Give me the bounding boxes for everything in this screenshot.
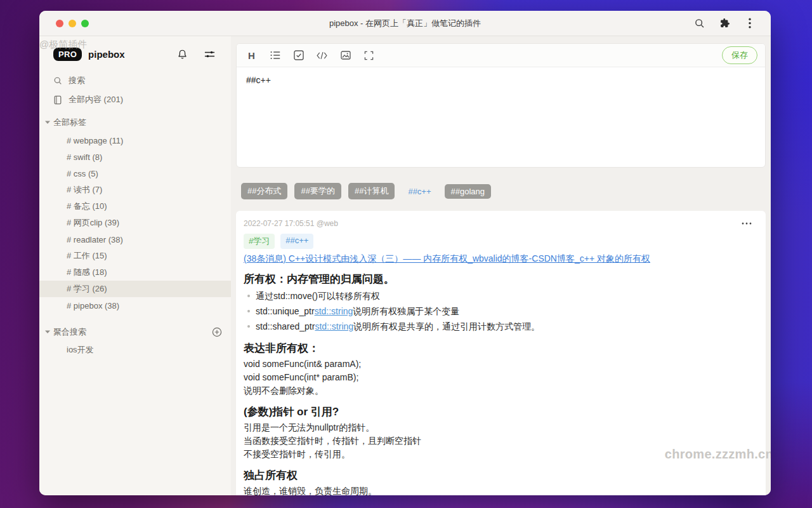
heading-icon[interactable]: H	[246, 50, 257, 61]
note-text: std::shared_ptr	[256, 321, 315, 331]
zoom-window-button[interactable]	[81, 20, 89, 27]
section-label: 聚合搜索	[53, 326, 86, 338]
section-label: 全部标签	[53, 117, 86, 128]
editor-toolbar: H 保存	[237, 44, 765, 67]
note-bullet-item: 通过std::move()可以转移所有权	[256, 288, 754, 304]
sidebar-section-all-tags[interactable]: 全部标签	[39, 113, 231, 132]
traffic-lights	[39, 20, 89, 27]
extensions-puzzle-icon[interactable]	[719, 18, 730, 29]
app-window: pipebox - 在网页上「真正」做笔记的插件 @极简插件 PRO pipeb…	[39, 11, 771, 495]
filter-tag-pill[interactable]: ##golang	[445, 184, 492, 199]
pro-badge: PRO	[53, 48, 82, 61]
note-text-line: 谁创造，谁销毁，负责生命周期。	[244, 485, 754, 495]
sidebar-tag-item[interactable]: # readlater (38)	[39, 231, 231, 248]
sidebar-tag-item[interactable]: # 随感 (18)	[39, 264, 231, 281]
filter-tag-pill[interactable]: ##计算机	[348, 183, 395, 199]
brand-row: PRO pipebox	[39, 36, 231, 61]
minimize-window-button[interactable]	[69, 20, 76, 27]
sidebar-section-aggregate-search[interactable]: 聚合搜索	[39, 323, 231, 342]
sidebar-tag-item[interactable]: # pipebox (38)	[39, 297, 231, 314]
sidebar-item-search[interactable]: 搜索	[39, 71, 231, 90]
title-bar: pipebox - 在网页上「真正」做笔记的插件	[39, 11, 771, 36]
note-section-heading: 表达非所有权：	[244, 341, 754, 356]
sidebar-item-label: 搜索	[69, 75, 85, 86]
note-section-heading: 独占所有权	[244, 468, 754, 483]
code-icon[interactable]	[317, 50, 327, 61]
note-text-line: 不接受空指针时，传引用。	[244, 448, 754, 461]
note-body: 所有权：内存管理的归属问题。通过std::move()可以转移所有权std::u…	[244, 272, 754, 495]
chevron-down-icon	[43, 120, 52, 125]
window-title: pipebox - 在网页上「真正」做笔记的插件	[39, 18, 771, 29]
menu-dots-icon[interactable]	[744, 18, 756, 29]
note-bullet-item: std::unique_ptrstd::string说明所有权独属于某个变量	[256, 304, 754, 319]
note-section-heading: (参数)指针 or 引用?	[244, 404, 754, 419]
save-button[interactable]: 保存	[722, 46, 757, 64]
search-icon[interactable]	[693, 18, 705, 29]
note-text-line: 当函数接受空指针时，传指针，且判断空指针	[244, 434, 754, 448]
sidebar-tag-item[interactable]: # 工作 (15)	[39, 248, 231, 264]
list-icon[interactable]	[270, 50, 280, 61]
chevron-down-icon	[43, 330, 52, 335]
sliders-icon[interactable]	[204, 49, 216, 60]
filter-tag-pill[interactable]: ##c++	[402, 184, 437, 199]
note-tag-pill[interactable]: ##c++	[280, 234, 313, 249]
note-tags: #学习##c++	[244, 234, 754, 249]
sidebar-tag-item[interactable]: # 网页clip (39)	[39, 215, 231, 231]
ellipsis-menu-icon[interactable]	[742, 222, 752, 225]
note-bullet-list: 通过std::move()可以转移所有权std::unique_ptrstd::…	[244, 288, 754, 334]
sidebar-tag-item[interactable]: # swift (8)	[39, 149, 231, 165]
filter-tag-pill[interactable]: ##分布式	[241, 183, 287, 199]
note-card: 2022-07-27 17:05:51 @web #学习##c++ (38条消息…	[236, 211, 766, 495]
main-panel: H 保存 ##c++ ##分布式##要学的##计算机##c++##golang …	[231, 36, 771, 495]
sidebar-aggregate-item[interactable]: ios开发	[39, 342, 231, 358]
fullscreen-icon[interactable]	[363, 50, 374, 61]
bell-icon[interactable]	[176, 48, 188, 61]
note-text: std::unique_ptr	[256, 306, 315, 316]
sidebar-nav: 搜索 全部内容 (201) 全部标签 # webpage (11)# swift…	[39, 71, 231, 358]
sidebar-tag-item[interactable]: # css (5)	[39, 165, 231, 182]
sidebar-tag-item[interactable]: # 备忘 (10)	[39, 198, 231, 215]
note-text-line: void someFunc(int* paramB);	[244, 371, 754, 384]
app-logo-name: pipebox	[88, 49, 125, 60]
image-icon[interactable]	[340, 50, 351, 61]
sidebar-tag-item[interactable]: # 读书 (7)	[39, 182, 231, 198]
sidebar-aggregate-list: ios开发	[39, 342, 231, 358]
book-icon	[53, 95, 63, 105]
editor-textarea[interactable]: ##c++	[237, 67, 765, 167]
note-source-link[interactable]: (38条消息) C++设计模式由浅入深（三）—— 内存所有权_wbvalid的博…	[244, 253, 754, 265]
sidebar-tag-item[interactable]: # 学习 (26)	[39, 281, 231, 297]
close-window-button[interactable]	[56, 20, 63, 27]
sidebar-item-all-content[interactable]: 全部内容 (201)	[39, 90, 231, 109]
note-text: 说明所有权是共享的，通过引用计数方式管理。	[353, 321, 540, 331]
note-text-line: void someFunc(int& paramA);	[244, 358, 754, 371]
search-icon	[53, 76, 63, 86]
note-editor: H 保存 ##c++	[236, 43, 766, 168]
note-tag-pill[interactable]: #学习	[244, 234, 275, 249]
inline-link[interactable]: std::string	[315, 306, 353, 316]
note-section-heading: 所有权：内存管理的归属问题。	[244, 272, 754, 286]
add-circle-icon[interactable]	[212, 327, 222, 337]
checkbox-icon[interactable]	[293, 50, 304, 61]
note-text: 通过std::move()可以转移所有权	[256, 291, 380, 301]
note-timestamp: 2022-07-27 17:05:51 @web	[244, 219, 338, 228]
note-text: 说明所有权独属于某个变量	[353, 306, 459, 316]
sidebar-tag-item[interactable]: # webpage (11)	[39, 132, 231, 149]
filter-tag-pill[interactable]: ##要学的	[294, 183, 341, 199]
sidebar-item-label: 全部内容 (201)	[69, 94, 123, 105]
tag-filter-row: ##分布式##要学的##计算机##c++##golang	[236, 183, 766, 199]
note-bullet-item: std::shared_ptrstd::string说明所有权是共享的，通过引用…	[256, 319, 754, 334]
note-text-line: 说明不会删除对象。	[244, 384, 754, 398]
sidebar-tag-list: # webpage (11)# swift (8)# css (5)# 读书 (…	[39, 132, 231, 314]
sidebar: @极简插件 PRO pipebox 搜索	[39, 36, 231, 495]
note-text-line: 引用是一个无法为nullptr的指针。	[244, 421, 754, 434]
inline-link[interactable]: std::string	[315, 321, 353, 331]
